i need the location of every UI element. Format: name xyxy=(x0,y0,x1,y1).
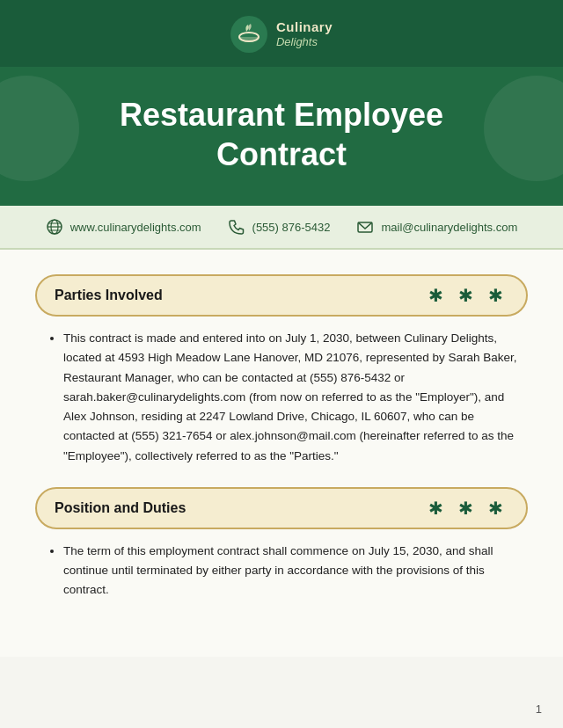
section-parties-header: Parties Involved ✱ ✱ ✱ xyxy=(35,274,528,317)
title-banner: Restaurant Employee Contract xyxy=(0,67,563,206)
contact-bar: www.culinarydelights.com (555) 876-5432 … xyxy=(0,206,563,250)
page-title: Restaurant Employee Contract xyxy=(53,95,510,174)
section-parties: Parties Involved ✱ ✱ ✱ This contract is … xyxy=(35,274,528,466)
main-content: Parties Involved ✱ ✱ ✱ This contract is … xyxy=(0,250,563,657)
contact-phone: (555) 876-5432 xyxy=(228,218,331,236)
page-header: Culinary Delights xyxy=(0,0,563,67)
email-text: mail@culinarydelights.com xyxy=(381,221,517,234)
phone-icon xyxy=(228,218,245,236)
section-position-body: The term of this employment contract sha… xyxy=(35,542,528,601)
globe-icon xyxy=(46,218,63,236)
section-position: Position and Duties ✱ ✱ ✱ The term of th… xyxy=(35,487,528,601)
phone-text: (555) 876-5432 xyxy=(252,221,331,234)
section-position-title: Position and Duties xyxy=(55,500,186,516)
website-text: www.culinarydelights.com xyxy=(70,221,201,234)
section-position-header: Position and Duties ✱ ✱ ✱ xyxy=(35,487,528,529)
logo-icon xyxy=(230,16,267,53)
logo-delights-label: Delights xyxy=(276,35,333,49)
section-parties-stars: ✱ ✱ ✱ xyxy=(428,285,508,306)
section-parties-title: Parties Involved xyxy=(55,288,163,303)
page-number: 1 xyxy=(536,703,542,716)
email-icon xyxy=(356,218,374,236)
logo-text: Culinary Delights xyxy=(276,19,333,49)
section-position-stars: ✱ ✱ ✱ xyxy=(428,498,508,519)
svg-point-0 xyxy=(230,16,267,53)
contact-website: www.culinarydelights.com xyxy=(46,218,201,236)
list-item: This contract is made and entered into o… xyxy=(63,329,521,466)
logo-culinary-label: Culinary xyxy=(276,19,333,35)
section-parties-body: This contract is made and entered into o… xyxy=(35,329,528,466)
list-item: The term of this employment contract sha… xyxy=(63,542,521,601)
contact-email: mail@culinarydelights.com xyxy=(356,218,517,236)
